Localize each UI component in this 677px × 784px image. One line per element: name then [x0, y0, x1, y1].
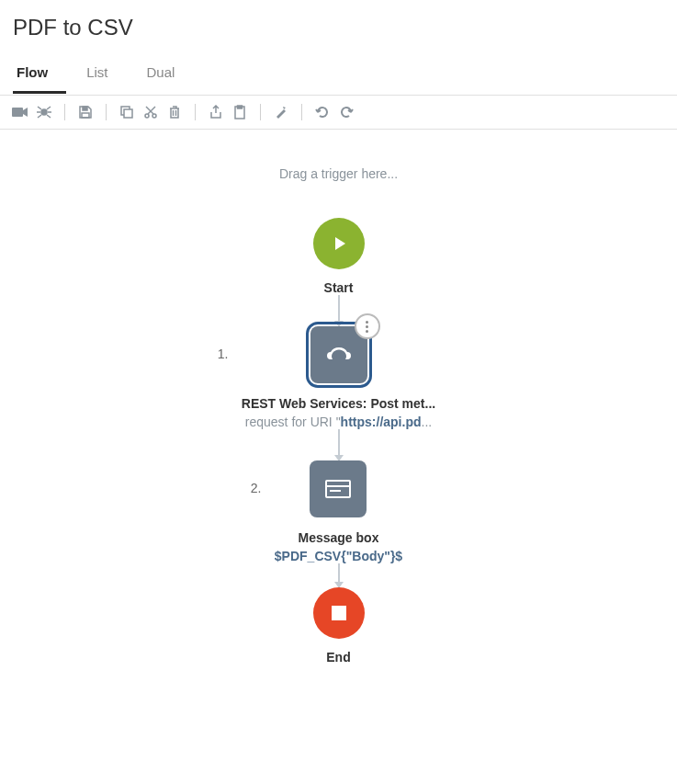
start-label: Start [324, 280, 354, 295]
svg-line-2 [38, 107, 41, 109]
start-node[interactable]: Start [313, 218, 365, 295]
cut-icon[interactable] [141, 103, 160, 121]
rest-action-box[interactable]: R [310, 326, 367, 383]
connector [338, 429, 340, 460]
svg-point-12 [145, 114, 149, 118]
svg-line-5 [47, 115, 51, 118]
svg-line-3 [47, 107, 51, 109]
tab-flow[interactable]: Flow [13, 57, 66, 94]
svg-rect-11 [124, 109, 132, 118]
connector [338, 295, 340, 326]
svg-point-1 [41, 109, 47, 115]
trash-icon[interactable] [165, 103, 184, 121]
connector [338, 563, 340, 587]
tab-dual[interactable]: Dual [143, 57, 194, 94]
undo-icon[interactable] [313, 103, 332, 121]
svg-rect-21 [326, 481, 350, 497]
kebab-menu-icon[interactable] [355, 313, 380, 339]
svg-text:R: R [335, 350, 342, 359]
step-1-subtitle: request for URI "https://api.pd... [245, 415, 432, 429]
end-label: End [326, 650, 350, 665]
save-icon[interactable] [76, 103, 95, 121]
redo-icon[interactable] [337, 103, 355, 121]
step-2-variable: $PDF_CSV{"Body"}$ [275, 549, 402, 563]
end-node[interactable]: End [313, 587, 365, 665]
tab-list[interactable]: List [83, 57, 126, 94]
step-number: 2. [251, 481, 262, 495]
step-1-title: REST Web Services: Post met... [242, 396, 435, 411]
drop-trigger-hint: Drag a trigger here... [279, 166, 398, 181]
messagebox-action-box[interactable] [310, 460, 367, 517]
record-icon[interactable] [11, 103, 29, 121]
stop-icon[interactable] [313, 587, 365, 639]
svg-rect-8 [83, 107, 87, 110]
svg-point-13 [152, 114, 156, 118]
debug-icon[interactable] [35, 103, 53, 121]
step-2-title: Message box [299, 530, 379, 545]
svg-line-4 [38, 115, 41, 118]
step-number: 1. [218, 347, 229, 361]
flow-canvas[interactable]: Drag a trigger here... Start 1. R REST W… [0, 130, 677, 701]
paste-icon[interactable] [231, 103, 249, 121]
play-icon[interactable] [313, 218, 365, 269]
page-title: PDF to CSV [13, 15, 664, 40]
copy-icon[interactable] [118, 103, 136, 121]
svg-rect-9 [82, 113, 89, 118]
step-1-node[interactable]: 1. R REST Web Services: Post met... requ… [242, 326, 435, 429]
svg-rect-0 [12, 108, 23, 117]
svg-rect-19 [238, 106, 243, 108]
magic-icon[interactable] [272, 103, 290, 121]
toolbar [0, 95, 677, 130]
svg-rect-24 [332, 606, 346, 620]
tabs: Flow List Dual [13, 57, 664, 95]
step-2-node[interactable]: 2. Message box $PDF_CSV{"Body"}$ [275, 460, 402, 563]
export-icon[interactable] [207, 103, 225, 121]
